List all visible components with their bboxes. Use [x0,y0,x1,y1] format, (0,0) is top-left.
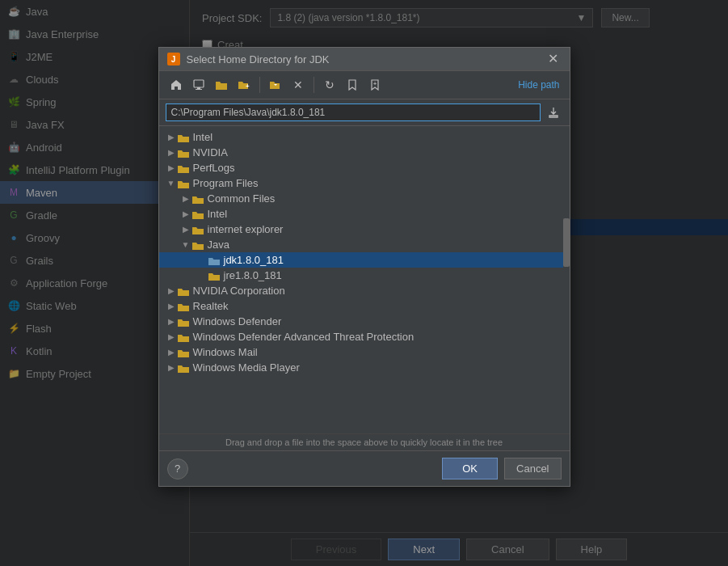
tree-arrow-icon: ▶ [180,225,191,234]
folder-icon [177,347,190,358]
tree-item-label: Program Files [193,177,259,189]
tree-arrow-icon: ▶ [166,148,177,157]
file-tree: ▶Intel▶NVIDIA▶PerfLogs▼Program Files▶Com… [159,126,563,433]
tree-arrow-icon: ▶ [166,302,177,310]
tree-arrow-icon: ▶ [166,133,177,142]
tree-item-windows-media-player[interactable]: ▶Windows Media Player [159,360,563,375]
modal-icon: J [167,53,180,65]
tree-arrow-icon: ▶ [166,332,177,341]
refresh-icon[interactable]: ↻ [319,75,340,95]
tree-item-internet-explorer[interactable]: ▶internet explorer [159,222,563,237]
tree-arrow-icon: ▶ [166,363,177,372]
jdk-dialog: J Select Home Directory for JDK ✕ [158,47,570,487]
modal-title-text: Select Home Directory for JDK [187,53,330,65]
folder-icon [208,255,221,266]
tree-item-jre1.8.0_181[interactable]: jre1.8.0_181 [159,268,563,283]
modal-titlebar: J Select Home Directory for JDK ✕ [159,48,570,71]
tree-item-windows-defender-atp[interactable]: ▶Windows Defender Advanced Threat Protec… [159,329,563,344]
folder3-icon[interactable] [265,75,286,95]
folder-icon [177,316,190,327]
tree-item-nvidia-corp[interactable]: ▶NVIDIA Corporation [159,283,563,298]
tree-item-realtek[interactable]: ▶Realtek [159,298,563,314]
svg-text:+: + [373,81,377,87]
folder2-icon[interactable]: + [234,75,255,95]
tree-arrow-icon: ▶ [166,317,177,326]
folder-icon [177,163,190,174]
folder1-icon[interactable] [211,75,232,95]
bookmark-icon[interactable] [342,75,363,95]
scrollbar-thumb[interactable] [563,218,570,267]
tree-item-common-files[interactable]: ▶Common Files [159,191,563,206]
tree-arrow-icon: ▶ [180,194,191,203]
remove-icon[interactable]: ✕ [288,75,309,95]
svg-rect-2 [196,89,202,90]
tree-item-label: Realtek [193,300,229,312]
help-icon[interactable]: ? [167,458,188,479]
toolbar-separator-1 [259,77,260,93]
tree-item-label: internet explorer [208,223,284,235]
download-icon[interactable] [544,103,563,122]
tree-item-label: Intel [208,208,228,220]
path-input[interactable] [166,103,541,121]
tree-item-windows-defender[interactable]: ▶Windows Defender [159,314,563,329]
cancel-button-modal[interactable]: Cancel [504,458,561,479]
tree-arrow-icon: ▶ [166,286,177,295]
folder-icon [177,285,190,297]
home-icon[interactable] [166,75,187,95]
tree-item-nvidia[interactable]: ▶NVIDIA [159,145,563,160]
desktop-icon[interactable] [188,75,209,95]
tree-item-label: Windows Defender [193,315,282,327]
tree-item-intel[interactable]: ▶Intel [159,129,563,145]
tree-item-label: NVIDIA Corporation [193,285,285,297]
tree-item-perflogs[interactable]: ▶PerfLogs [159,160,563,175]
tree-item-label: NVIDIA [193,146,228,158]
tree-arrow-icon: ▼ [166,179,177,188]
tree-item-label: Java [208,239,229,251]
modal-title-left: J Select Home Directory for JDK [167,53,330,65]
folder-icon [177,362,190,374]
toolbar-separator-2 [314,77,314,93]
tree-item-label: jdk1.8.0_181 [224,254,284,266]
folder-icon [191,193,204,205]
svg-rect-1 [197,87,200,89]
tree-arrow-icon: ▼ [180,240,191,249]
tree-item-windows-mail[interactable]: ▶Windows Mail [159,344,563,360]
tree-item-program-files[interactable]: ▼Program Files [159,175,563,191]
tree-item-label: Windows Media Player [193,361,300,374]
tree-item-label: Windows Defender Advanced Threat Protect… [193,331,414,343]
tree-item-label: PerfLogs [193,162,235,174]
tree-item-label: Windows Mail [193,346,258,358]
folder-icon [191,209,204,220]
svg-rect-0 [194,80,204,87]
tree-item-intel-sub[interactable]: ▶Intel [159,206,563,222]
scrollbar[interactable] [563,126,570,433]
folder-icon [177,132,190,143]
folder-icon [191,239,204,251]
folder-icon [177,178,190,189]
folder-icon [177,301,190,312]
modal-toolbar: + ✕ ↻ + [159,71,570,99]
svg-text:+: + [246,82,250,90]
ok-button[interactable]: OK [442,458,498,479]
folder-icon [177,332,190,343]
tree-arrow-icon: ▶ [166,348,177,357]
tree-item-label: jre1.8.0_181 [224,269,282,281]
drag-hint: Drag and drop a file into the space abov… [159,433,570,450]
tree-item-label: Common Files [208,192,276,205]
modal-footer: ? OK Cancel [159,450,570,486]
modal-overlay: J Select Home Directory for JDK ✕ [0,0,728,566]
tree-arrow-icon: ▶ [180,209,191,218]
folder-icon [208,270,221,281]
folder-icon [177,147,190,158]
close-icon[interactable]: ✕ [545,53,562,65]
folder-icon [191,224,204,235]
tree-item-jdk1.8.0_181[interactable]: jdk1.8.0_181 [159,252,563,268]
hide-path-button[interactable]: Hide path [515,79,562,91]
tree-item-java[interactable]: ▼Java [159,237,563,252]
add-bookmark-icon[interactable]: + [364,75,385,95]
tree-arrow-icon: ▶ [166,163,177,172]
tree-item-label: Intel [193,131,213,143]
path-row [159,99,570,126]
